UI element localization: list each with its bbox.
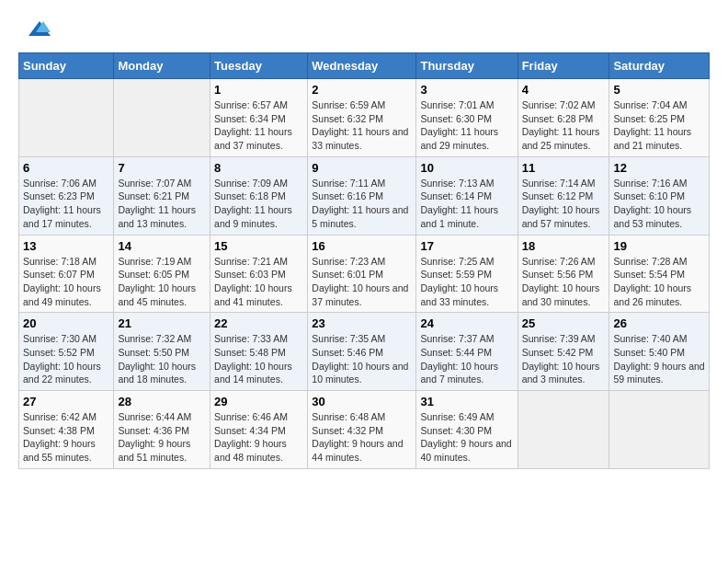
day-number: 4 <box>522 83 606 97</box>
day-info: Sunrise: 6:57 AMSunset: 6:34 PMDaylight:… <box>214 98 303 153</box>
day-number: 23 <box>312 316 412 330</box>
day-header-thursday: Thursday <box>416 53 518 79</box>
calendar-cell: 12Sunrise: 7:16 AMSunset: 6:10 PMDayligh… <box>609 156 710 235</box>
day-info: Sunrise: 7:11 AMSunset: 6:16 PMDaylight:… <box>312 177 412 231</box>
day-info: Sunrise: 7:13 AMSunset: 6:14 PMDaylight:… <box>420 177 513 231</box>
day-info: Sunrise: 7:16 AMSunset: 6:10 PMDaylight:… <box>613 177 705 231</box>
day-info: Sunrise: 7:06 AMSunset: 6:23 PMDaylight:… <box>23 177 109 231</box>
day-info: Sunrise: 6:59 AMSunset: 6:32 PMDaylight:… <box>312 98 412 153</box>
day-number: 11 <box>522 161 606 175</box>
calendar-cell: 22Sunrise: 7:33 AMSunset: 5:48 PMDayligh… <box>210 313 308 391</box>
day-info: Sunrise: 7:04 AMSunset: 6:25 PMDaylight:… <box>613 98 705 153</box>
day-number: 9 <box>312 161 412 175</box>
day-info: Sunrise: 7:37 AMSunset: 5:44 PMDaylight:… <box>420 332 513 386</box>
day-number: 8 <box>214 161 303 175</box>
page-header <box>18 18 710 43</box>
logo <box>18 18 51 43</box>
calendar-cell: 20Sunrise: 7:30 AMSunset: 5:52 PMDayligh… <box>19 313 114 391</box>
calendar-cell: 3Sunrise: 7:01 AMSunset: 6:30 PMDaylight… <box>416 79 518 157</box>
calendar-week-row: 20Sunrise: 7:30 AMSunset: 5:52 PMDayligh… <box>19 313 710 391</box>
day-number: 28 <box>118 395 206 408</box>
calendar-week-row: 27Sunrise: 6:42 AMSunset: 4:38 PMDayligh… <box>19 391 710 469</box>
day-number: 17 <box>420 239 513 253</box>
day-info: Sunrise: 7:09 AMSunset: 6:18 PMDaylight:… <box>214 177 303 231</box>
calendar-cell: 18Sunrise: 7:26 AMSunset: 5:56 PMDayligh… <box>518 235 609 313</box>
day-number: 18 <box>522 239 606 253</box>
calendar-cell: 2Sunrise: 6:59 AMSunset: 6:32 PMDaylight… <box>308 79 416 157</box>
day-number: 25 <box>522 316 606 330</box>
day-number: 6 <box>23 161 109 175</box>
day-number: 27 <box>23 395 109 408</box>
day-header-monday: Monday <box>114 53 210 79</box>
day-number: 3 <box>420 83 513 97</box>
calendar-cell: 29Sunrise: 6:46 AMSunset: 4:34 PMDayligh… <box>210 391 308 469</box>
day-number: 24 <box>420 316 513 330</box>
calendar-table: SundayMondayTuesdayWednesdayThursdayFrid… <box>18 52 710 469</box>
calendar-cell: 7Sunrise: 7:07 AMSunset: 6:21 PMDaylight… <box>114 156 210 235</box>
calendar-cell: 16Sunrise: 7:23 AMSunset: 6:01 PMDayligh… <box>308 235 416 313</box>
calendar-cell: 6Sunrise: 7:06 AMSunset: 6:23 PMDaylight… <box>19 156 114 235</box>
calendar-cell: 23Sunrise: 7:35 AMSunset: 5:46 PMDayligh… <box>308 313 416 391</box>
calendar-cell: 30Sunrise: 6:48 AMSunset: 4:32 PMDayligh… <box>308 391 416 469</box>
calendar-week-row: 1Sunrise: 6:57 AMSunset: 6:34 PMDaylight… <box>19 79 710 157</box>
day-info: Sunrise: 6:44 AMSunset: 4:36 PMDaylight:… <box>118 410 206 465</box>
day-info: Sunrise: 7:21 AMSunset: 6:03 PMDaylight:… <box>214 255 303 309</box>
calendar-cell: 17Sunrise: 7:25 AMSunset: 5:59 PMDayligh… <box>416 235 518 313</box>
day-info: Sunrise: 7:14 AMSunset: 6:12 PMDaylight:… <box>522 177 606 231</box>
day-header-sunday: Sunday <box>19 53 114 79</box>
day-number: 7 <box>118 161 206 175</box>
calendar-cell <box>19 79 114 157</box>
calendar-cell: 8Sunrise: 7:09 AMSunset: 6:18 PMDaylight… <box>210 156 308 235</box>
day-info: Sunrise: 7:32 AMSunset: 5:50 PMDaylight:… <box>118 332 206 386</box>
day-number: 16 <box>312 239 412 253</box>
day-number: 12 <box>613 161 705 175</box>
day-number: 13 <box>23 239 109 253</box>
day-number: 20 <box>23 316 109 330</box>
calendar-cell: 31Sunrise: 6:49 AMSunset: 4:30 PMDayligh… <box>416 391 518 469</box>
calendar-cell: 26Sunrise: 7:40 AMSunset: 5:40 PMDayligh… <box>609 313 710 391</box>
day-number: 2 <box>312 83 412 97</box>
day-info: Sunrise: 7:35 AMSunset: 5:46 PMDaylight:… <box>312 332 412 386</box>
calendar-cell: 27Sunrise: 6:42 AMSunset: 4:38 PMDayligh… <box>19 391 114 469</box>
calendar-cell: 21Sunrise: 7:32 AMSunset: 5:50 PMDayligh… <box>114 313 210 391</box>
calendar-cell <box>609 391 710 469</box>
calendar-cell: 4Sunrise: 7:02 AMSunset: 6:28 PMDaylight… <box>518 79 609 157</box>
day-number: 29 <box>214 395 303 408</box>
day-number: 19 <box>613 239 705 253</box>
day-number: 22 <box>214 316 303 330</box>
day-info: Sunrise: 7:23 AMSunset: 6:01 PMDaylight:… <box>312 255 412 309</box>
day-info: Sunrise: 7:39 AMSunset: 5:42 PMDaylight:… <box>522 332 606 386</box>
calendar-cell: 15Sunrise: 7:21 AMSunset: 6:03 PMDayligh… <box>210 235 308 313</box>
day-info: Sunrise: 7:30 AMSunset: 5:52 PMDaylight:… <box>23 332 109 386</box>
day-info: Sunrise: 7:28 AMSunset: 5:54 PMDaylight:… <box>613 255 705 309</box>
day-info: Sunrise: 7:25 AMSunset: 5:59 PMDaylight:… <box>420 255 513 309</box>
day-header-saturday: Saturday <box>609 53 710 79</box>
day-number: 21 <box>118 316 206 330</box>
calendar-cell: 14Sunrise: 7:19 AMSunset: 6:05 PMDayligh… <box>114 235 210 313</box>
calendar-cell <box>114 79 210 157</box>
day-info: Sunrise: 7:02 AMSunset: 6:28 PMDaylight:… <box>522 98 606 153</box>
day-number: 10 <box>420 161 513 175</box>
calendar-cell: 28Sunrise: 6:44 AMSunset: 4:36 PMDayligh… <box>114 391 210 469</box>
day-number: 31 <box>420 395 513 408</box>
calendar-header-row: SundayMondayTuesdayWednesdayThursdayFrid… <box>19 53 710 79</box>
day-info: Sunrise: 7:07 AMSunset: 6:21 PMDaylight:… <box>118 177 206 231</box>
day-header-friday: Friday <box>518 53 609 79</box>
day-info: Sunrise: 6:46 AMSunset: 4:34 PMDaylight:… <box>214 410 303 465</box>
day-number: 1 <box>214 83 303 97</box>
calendar-cell: 19Sunrise: 7:28 AMSunset: 5:54 PMDayligh… <box>609 235 710 313</box>
calendar-week-row: 13Sunrise: 7:18 AMSunset: 6:07 PMDayligh… <box>19 235 710 313</box>
day-header-tuesday: Tuesday <box>210 53 308 79</box>
calendar-cell: 10Sunrise: 7:13 AMSunset: 6:14 PMDayligh… <box>416 156 518 235</box>
day-number: 30 <box>312 395 412 408</box>
day-number: 15 <box>214 239 303 253</box>
calendar-cell: 11Sunrise: 7:14 AMSunset: 6:12 PMDayligh… <box>518 156 609 235</box>
day-info: Sunrise: 6:42 AMSunset: 4:38 PMDaylight:… <box>23 410 109 465</box>
calendar-cell: 1Sunrise: 6:57 AMSunset: 6:34 PMDaylight… <box>210 79 308 157</box>
day-number: 5 <box>613 83 705 97</box>
day-number: 26 <box>613 316 705 330</box>
day-info: Sunrise: 7:19 AMSunset: 6:05 PMDaylight:… <box>118 255 206 309</box>
calendar-cell: 24Sunrise: 7:37 AMSunset: 5:44 PMDayligh… <box>416 313 518 391</box>
day-info: Sunrise: 6:49 AMSunset: 4:30 PMDaylight:… <box>420 410 513 465</box>
calendar-cell <box>518 391 609 469</box>
